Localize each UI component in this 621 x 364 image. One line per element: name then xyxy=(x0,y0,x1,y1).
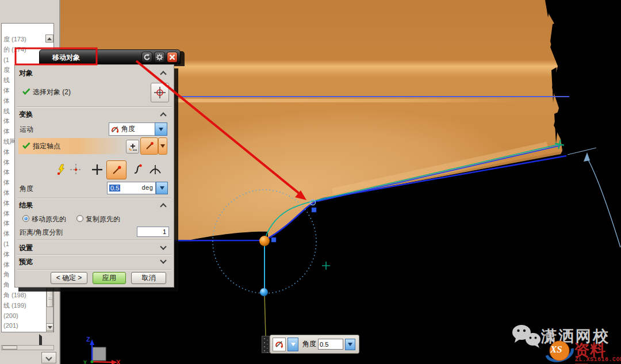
rotation-arc-arrow[interactable] xyxy=(568,148,620,247)
section-preview[interactable]: 预览 xyxy=(15,256,175,267)
tree-item[interactable]: 角 xyxy=(3,280,10,290)
vector-point-button[interactable] xyxy=(140,137,158,155)
existing-point-icon[interactable] xyxy=(91,164,103,175)
angle-label: 角度 xyxy=(20,184,33,194)
z-axis-label: Z xyxy=(86,336,90,343)
tree-item[interactable]: (200) xyxy=(3,311,18,321)
apply-button[interactable]: 应用 xyxy=(93,272,126,284)
cancel-button[interactable]: 取消 xyxy=(131,272,166,284)
tree-item[interactable]: 线 (199) xyxy=(3,301,26,311)
angle-spinner-button[interactable] xyxy=(156,182,168,194)
section-transform[interactable]: 变换 xyxy=(15,109,175,120)
angle-icon xyxy=(275,340,283,348)
motion-dropdown-field[interactable]: 角度 xyxy=(109,122,155,136)
select-count: (2) xyxy=(62,88,71,96)
tree-item[interactable]: (1 xyxy=(3,239,9,249)
tree-item[interactable]: 体 xyxy=(3,250,10,259)
tree-item[interactable]: 角 (198) xyxy=(3,290,26,300)
down-arrow-icon xyxy=(348,343,352,346)
select-object-label: 选择对象 (2) xyxy=(33,87,71,97)
dialog-title: 移动对象 xyxy=(52,53,80,63)
tree-item[interactable]: 体 xyxy=(3,260,10,270)
angle-mode-button[interactable] xyxy=(273,338,286,351)
close-icon[interactable] xyxy=(167,52,178,63)
intersection-point-icon[interactable] xyxy=(149,164,162,175)
copy-original-label[interactable]: 复制原先的 xyxy=(86,214,120,224)
tree-item[interactable]: 体 xyxy=(3,96,10,106)
point-dialog-button[interactable] xyxy=(126,140,139,154)
dropdown-arrow-icon xyxy=(291,343,296,346)
section-object[interactable]: 对象 xyxy=(15,67,175,79)
tree-item[interactable]: 体 xyxy=(3,127,10,136)
tree-item[interactable]: 体 xyxy=(3,229,10,239)
divider xyxy=(17,198,171,199)
tree-horizontal-scrollbar[interactable] xyxy=(1,345,54,350)
tree-item[interactable]: (1 xyxy=(3,55,9,65)
wechat-icon xyxy=(511,324,542,349)
crosshair-target-icon xyxy=(154,87,166,98)
section-result[interactable]: 结果 xyxy=(15,200,175,211)
point-on-curve-icon[interactable] xyxy=(132,164,143,175)
tree-item[interactable]: (201) xyxy=(3,321,18,331)
move-original-label[interactable]: 移动原先的 xyxy=(32,214,66,224)
select-object-button[interactable] xyxy=(151,83,169,102)
tree-item[interactable]: 体 xyxy=(3,219,10,228)
end-point-icon xyxy=(112,165,122,175)
dropdown-arrow-icon xyxy=(160,144,165,148)
drag-square-handle xyxy=(312,208,316,212)
tree-item[interactable]: 体 xyxy=(3,86,10,95)
divider xyxy=(17,240,171,241)
tree-item[interactable]: 体 xyxy=(3,188,10,198)
x-axis-label: X xyxy=(116,359,121,364)
watermark-site-url: ZL.XS1616.COM xyxy=(575,357,621,363)
dialog-titlebar[interactable]: 移动对象 xyxy=(39,49,181,64)
scrollbar-thumb[interactable] xyxy=(2,346,17,350)
tree-item[interactable]: 线 xyxy=(3,106,10,116)
end-point-button-selected[interactable] xyxy=(106,160,126,179)
gear-icon[interactable] xyxy=(154,52,165,63)
tree-item[interactable]: 线 xyxy=(3,75,10,85)
move-original-radio[interactable] xyxy=(22,215,29,222)
angle-value-field[interactable]: 0.5 deg xyxy=(107,182,156,194)
wcs-triad: Z X Y xyxy=(83,336,121,364)
tree-item[interactable]: 体 xyxy=(3,167,10,177)
check-icon xyxy=(22,88,30,95)
angle-mode-dropdown[interactable] xyxy=(288,338,298,351)
tree-item[interactable]: 度 (173) xyxy=(3,35,26,44)
copy-original-radio[interactable] xyxy=(76,215,83,222)
panel-collapse-button[interactable] xyxy=(41,352,56,363)
vector-point-dropdown[interactable] xyxy=(158,137,167,155)
motion-value: 角度 xyxy=(121,124,135,134)
motion-dropdown-button[interactable] xyxy=(155,122,167,136)
axis-sphere-handle xyxy=(260,288,268,296)
scroll-down-button[interactable] xyxy=(46,323,53,331)
division-input[interactable] xyxy=(137,227,169,237)
inferred-point-icon[interactable] xyxy=(56,164,67,175)
scroll-up-button[interactable] xyxy=(45,35,53,43)
mini-angle-input[interactable] xyxy=(318,339,343,350)
tree-item[interactable]: 体 xyxy=(3,178,10,187)
chevron-down-icon xyxy=(160,257,166,263)
mini-angle-spinner[interactable] xyxy=(345,339,355,350)
tree-item[interactable]: 体 xyxy=(3,158,10,167)
angle-unit: deg xyxy=(141,185,153,191)
ok-button[interactable]: < 确定 > xyxy=(51,272,87,284)
tree-item[interactable]: 体 xyxy=(3,209,10,219)
tree-item[interactable]: 体 xyxy=(3,116,10,126)
tree-item[interactable]: 体 xyxy=(3,198,10,208)
cursor-location-icon[interactable] xyxy=(70,164,82,175)
chevron-up-icon xyxy=(160,203,166,209)
scrollbar-thumb[interactable] xyxy=(47,289,53,307)
tree-item[interactable]: 体 xyxy=(3,147,10,157)
chevron-down-icon xyxy=(160,243,166,250)
wcs-cube xyxy=(93,347,106,361)
tree-item[interactable]: 度 xyxy=(3,65,10,75)
toolbar-drag-handle[interactable] xyxy=(262,336,270,353)
up-arrow-icon xyxy=(47,37,52,40)
origin-sphere-handle xyxy=(259,236,270,246)
reset-icon[interactable] xyxy=(141,52,152,63)
tree-item[interactable]: 角 xyxy=(3,270,10,279)
tree-item[interactable]: 的 (174) xyxy=(3,45,26,55)
dropdown-arrow-icon xyxy=(159,128,163,131)
section-settings[interactable]: 设置 xyxy=(15,242,175,254)
